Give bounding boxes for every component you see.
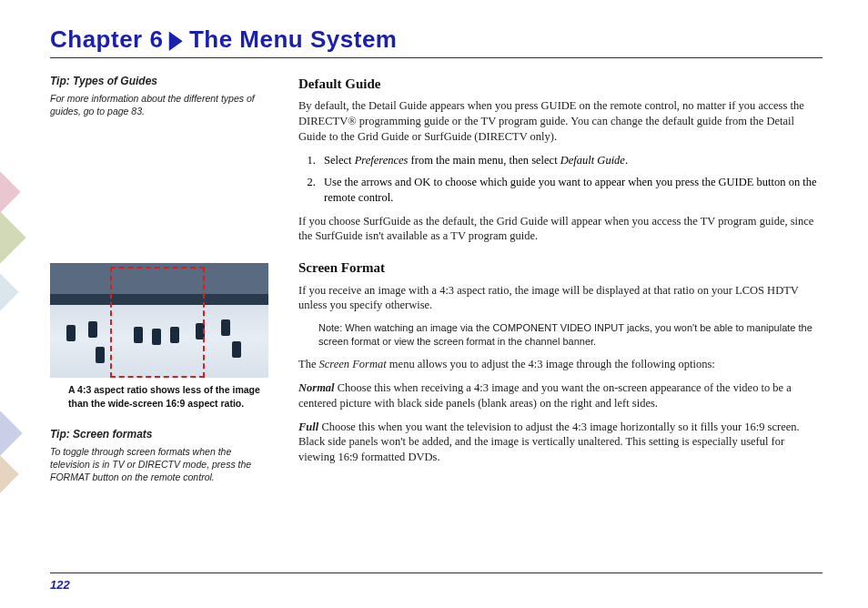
body-text: By default, the Detail Guide appears whe… bbox=[298, 98, 823, 145]
body-text: If you choose SurfGuide as the default, … bbox=[298, 214, 823, 245]
chapter-name: The Menu System bbox=[189, 25, 398, 53]
tip-block: Tip: Screen formats To toggle through sc… bbox=[50, 428, 273, 484]
list-item: Select Preferences from the main menu, t… bbox=[318, 153, 823, 168]
figure: A 4:3 aspect ratio shows less of the ima… bbox=[50, 263, 273, 409]
body-text: If you receive an image with a 4:3 aspec… bbox=[298, 283, 823, 314]
footer-rule bbox=[50, 573, 823, 573]
aspect-ratio-overlay bbox=[110, 267, 205, 378]
tip-title: Tip: Screen formats bbox=[50, 428, 273, 441]
tip-title: Tip: Types of Guides bbox=[50, 75, 273, 87]
tip-body: For more information about the different… bbox=[50, 92, 273, 117]
page-number: 122 bbox=[50, 578, 70, 592]
tip-body: To toggle through screen formats when th… bbox=[50, 445, 273, 484]
hockey-image bbox=[50, 263, 268, 378]
body-text: The Screen Format menu allows you to adj… bbox=[298, 357, 823, 372]
figure-caption: A 4:3 aspect ratio shows less of the ima… bbox=[50, 378, 273, 409]
chapter-prefix: Chapter 6 bbox=[50, 25, 163, 53]
sidebar: Tip: Types of Guides For more informatio… bbox=[50, 75, 273, 483]
title-rule bbox=[50, 57, 823, 58]
option-full: Full Choose this when you want the telev… bbox=[298, 420, 823, 466]
page: Chapter 6▶The Menu System Tip: Types of … bbox=[0, 0, 868, 608]
chapter-title: Chapter 6▶The Menu System bbox=[50, 25, 823, 54]
note-text: Note: When watching an image via the COM… bbox=[298, 321, 823, 349]
chevron-right-icon: ▶ bbox=[169, 25, 182, 54]
main-content: Default Guide By default, the Detail Gui… bbox=[298, 75, 823, 483]
section-title-screen-format: Screen Format bbox=[298, 258, 823, 277]
section-title-default-guide: Default Guide bbox=[298, 75, 823, 93]
option-normal: Normal Choose this when receiving a 4:3 … bbox=[298, 380, 823, 411]
content-columns: Tip: Types of Guides For more informatio… bbox=[50, 75, 823, 483]
ordered-list: Select Preferences from the main menu, t… bbox=[298, 153, 823, 206]
list-item: Use the arrows and OK to choose which gu… bbox=[318, 175, 823, 206]
